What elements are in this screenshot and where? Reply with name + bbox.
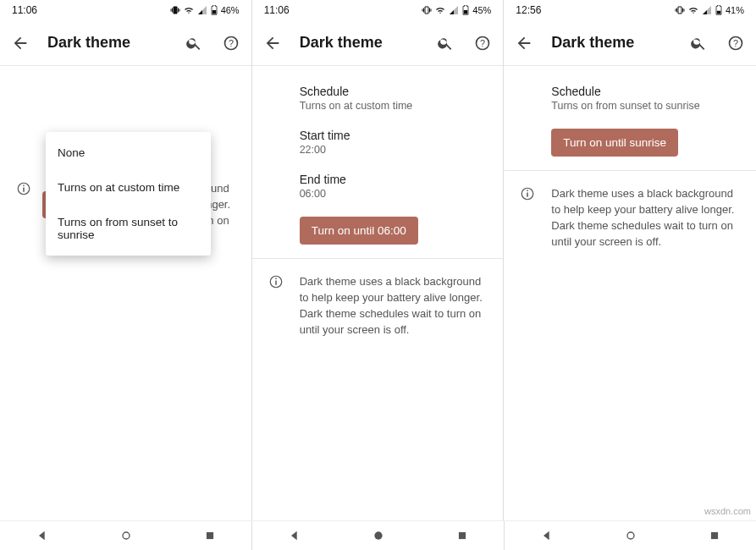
nav-back-icon[interactable] bbox=[288, 529, 301, 542]
screen-3: 12:56 41% Dark theme ? Schedule Turns on… bbox=[504, 0, 756, 520]
search-icon[interactable] bbox=[435, 33, 455, 53]
svg-rect-23 bbox=[711, 532, 718, 539]
page-title: Dark theme bbox=[300, 34, 419, 52]
signal-icon bbox=[197, 5, 207, 15]
back-icon[interactable] bbox=[514, 33, 534, 53]
svg-rect-0 bbox=[212, 10, 216, 14]
schedule-menu: None Turns on at custom time Turns on fr… bbox=[46, 132, 211, 256]
info-icon bbox=[517, 186, 538, 250]
page-title: Dark theme bbox=[47, 34, 167, 52]
divider bbox=[504, 170, 756, 171]
divider bbox=[252, 258, 504, 259]
svg-rect-11 bbox=[275, 278, 277, 280]
signal-icon bbox=[449, 5, 459, 15]
info-icon bbox=[266, 274, 286, 338]
row-start-time[interactable]: Start time 22:00 bbox=[252, 122, 504, 166]
help-icon[interactable]: ? bbox=[221, 33, 241, 53]
status-time: 12:56 bbox=[516, 4, 541, 16]
content-area: None Turns on at custom time Turns on fr… bbox=[0, 66, 251, 520]
svg-rect-5 bbox=[23, 185, 25, 187]
watermark: wsxdn.com bbox=[704, 506, 751, 516]
nav-bar bbox=[0, 521, 252, 550]
wifi-icon bbox=[688, 5, 698, 15]
menu-option-custom[interactable]: Turns on at custom time bbox=[46, 170, 211, 205]
row-sub: Turns on at custom time bbox=[300, 100, 490, 112]
content-area: Schedule Turns on from sunset to sunrise… bbox=[504, 66, 756, 520]
nav-back-icon[interactable] bbox=[36, 529, 49, 542]
nav-bar bbox=[252, 521, 505, 550]
status-time: 11:06 bbox=[12, 4, 37, 16]
svg-rect-10 bbox=[275, 281, 277, 285]
row-schedule[interactable]: Schedule Turns on at custom time bbox=[252, 78, 504, 122]
svg-rect-16 bbox=[527, 193, 529, 197]
wifi-icon bbox=[184, 5, 194, 15]
battery-icon bbox=[211, 5, 218, 15]
battery-icon bbox=[715, 5, 722, 15]
status-bar: 12:56 41% bbox=[504, 0, 756, 20]
nav-bar bbox=[505, 521, 756, 550]
search-icon[interactable] bbox=[688, 33, 709, 53]
signal-icon bbox=[702, 5, 712, 15]
help-icon[interactable]: ? bbox=[726, 33, 746, 53]
wifi-icon bbox=[435, 5, 445, 15]
nav-recent-icon[interactable] bbox=[204, 530, 216, 542]
vibrate-icon bbox=[422, 5, 432, 15]
row-sub: Turns on from sunset to sunrise bbox=[551, 100, 742, 112]
battery-text: 41% bbox=[726, 5, 744, 15]
page-title: Dark theme bbox=[551, 34, 671, 52]
turn-on-button[interactable]: Turn on until sunrise bbox=[551, 129, 678, 157]
info-text: Dark theme uses a black background to he… bbox=[300, 274, 490, 338]
row-schedule[interactable]: Schedule Turns on from sunset to sunrise bbox=[504, 78, 756, 122]
nav-home-icon[interactable] bbox=[372, 529, 385, 542]
battery-icon bbox=[462, 5, 469, 15]
status-right: 45% bbox=[422, 5, 491, 15]
battery-text: 46% bbox=[221, 5, 240, 15]
row-end-time[interactable]: End time 06:00 bbox=[252, 166, 504, 210]
back-icon[interactable] bbox=[262, 33, 283, 53]
menu-option-sunset[interactable]: Turns on from sunset to sunrise bbox=[46, 205, 211, 252]
svg-rect-6 bbox=[464, 10, 468, 14]
app-bar: Dark theme ? bbox=[504, 20, 756, 66]
svg-text:?: ? bbox=[480, 38, 485, 48]
status-bar: 11:06 45% bbox=[252, 0, 504, 20]
svg-rect-4 bbox=[23, 188, 25, 192]
row-label: Schedule bbox=[300, 85, 490, 98]
turn-on-button[interactable]: Turn on until 06:00 bbox=[300, 217, 418, 245]
status-time: 11:06 bbox=[264, 4, 290, 16]
menu-option-none[interactable]: None bbox=[46, 135, 211, 170]
vibrate-icon bbox=[675, 5, 685, 15]
nav-back-icon[interactable] bbox=[540, 529, 554, 542]
svg-rect-12 bbox=[717, 11, 721, 14]
svg-text:?: ? bbox=[229, 38, 234, 48]
status-right: 46% bbox=[170, 5, 240, 15]
svg-rect-21 bbox=[459, 532, 466, 539]
app-bar: Dark theme ? bbox=[0, 20, 251, 66]
nav-recent-icon[interactable] bbox=[456, 530, 468, 542]
row-label: Start time bbox=[300, 129, 490, 142]
status-right: 41% bbox=[675, 5, 744, 15]
nav-recent-icon[interactable] bbox=[709, 530, 720, 542]
info-text: Dark theme uses a black background to he… bbox=[551, 186, 742, 250]
row-label: End time bbox=[300, 173, 490, 186]
svg-text:?: ? bbox=[733, 38, 738, 48]
app-bar: Dark theme ? bbox=[252, 20, 504, 66]
help-icon[interactable]: ? bbox=[472, 33, 493, 53]
nav-bars bbox=[0, 520, 756, 550]
row-sub: 06:00 bbox=[300, 188, 490, 200]
battery-text: 45% bbox=[472, 5, 491, 15]
row-label: Schedule bbox=[551, 85, 742, 98]
status-bar: 11:06 46% bbox=[0, 0, 251, 20]
svg-rect-17 bbox=[527, 190, 529, 192]
info-row: Dark theme uses a black background to he… bbox=[504, 178, 756, 258]
vibrate-icon bbox=[170, 5, 180, 15]
nav-home-icon[interactable] bbox=[119, 529, 133, 542]
svg-point-18 bbox=[123, 532, 130, 539]
svg-point-22 bbox=[627, 532, 634, 539]
nav-home-icon[interactable] bbox=[624, 529, 637, 542]
row-sub: 22:00 bbox=[300, 144, 490, 156]
search-icon[interactable] bbox=[184, 33, 204, 53]
screen-1: 11:06 46% Dark theme ? None Turns on at … bbox=[0, 0, 252, 520]
svg-point-20 bbox=[375, 531, 383, 539]
info-icon bbox=[14, 181, 34, 245]
back-icon[interactable] bbox=[10, 33, 30, 53]
